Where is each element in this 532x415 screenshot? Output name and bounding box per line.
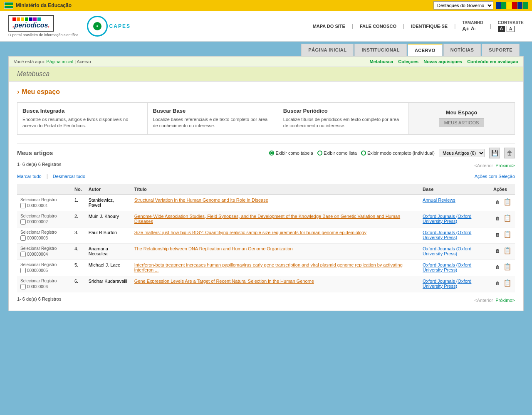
brasil-a bbox=[507, 2, 512, 9]
checkbox-5[interactable] bbox=[20, 268, 26, 273]
select-cell-2: Selecionar Registro 000000002 bbox=[17, 211, 71, 227]
article-link-2[interactable]: Genome-Wide Association Studies, Field S… bbox=[134, 214, 400, 224]
checkbox-row-1[interactable]: 000000001 bbox=[20, 203, 68, 208]
identifique-link[interactable]: IDENTIFIQUE-SE bbox=[411, 24, 448, 29]
base-link-2[interactable]: Oxford Journals (Oxford University Press… bbox=[423, 214, 471, 224]
capes-label: CAPES bbox=[109, 23, 131, 29]
breadcrumb-colecoes[interactable]: Coleções bbox=[398, 59, 418, 64]
next-link-bottom[interactable]: Próximo> bbox=[495, 298, 515, 303]
article-link-5[interactable]: Interferon-beta treatment increases huma… bbox=[134, 262, 403, 272]
checkbox-row-6[interactable]: 000000006 bbox=[20, 284, 68, 289]
ministry-label: Ministério da Educação bbox=[16, 2, 72, 8]
tab-acervo[interactable]: ACERVO bbox=[408, 44, 443, 56]
bottom-pagination: 1- 6 de(a) 6 Registros <Anterior Próximo… bbox=[17, 296, 515, 304]
view-complete-radio[interactable] bbox=[361, 151, 366, 156]
checkbox-row-3[interactable]: 000000003 bbox=[20, 235, 68, 241]
delete-icon-btn[interactable]: 🗑 bbox=[504, 148, 515, 158]
mapa-site-link[interactable]: MAPA DO SITE bbox=[313, 24, 345, 29]
base-link-6[interactable]: Oxford Journals (Oxford University Press… bbox=[423, 279, 471, 289]
author-cell-6: Sridhar Kudaravalli bbox=[85, 276, 131, 292]
pagination-bottom: <Anterior Próximo> bbox=[474, 298, 515, 303]
export-icon-3[interactable]: 📋 bbox=[503, 230, 512, 239]
select-label-6: Selecionar Registro bbox=[20, 279, 68, 283]
article-link-4[interactable]: The Relationship between DNA Replication… bbox=[134, 246, 293, 251]
trash-icon-3[interactable]: 🗑 bbox=[493, 230, 502, 239]
breadcrumb-novas[interactable]: Novas aquisições bbox=[423, 59, 462, 64]
checkbox-4[interactable] bbox=[20, 252, 26, 257]
checkbox-row-4[interactable]: 000000004 bbox=[20, 252, 68, 257]
brasil-r bbox=[501, 2, 506, 9]
tab-institucional[interactable]: INSTITUCIONAL bbox=[354, 44, 406, 56]
contraste-light[interactable]: A bbox=[507, 26, 515, 32]
title-cell-4: The Relationship between DNA Replication… bbox=[131, 243, 419, 259]
brasil-logo bbox=[496, 2, 528, 9]
desmarcar-tudo-link[interactable]: Desmarcar tudo bbox=[53, 174, 85, 179]
select-record-4: Selecionar Registro 000000004 bbox=[20, 246, 68, 257]
gov-dropdown[interactable]: Destaques do Governo bbox=[433, 1, 493, 10]
base-cell-6: Oxford Journals (Oxford University Press… bbox=[419, 276, 490, 292]
save-icon-btn[interactable]: 💾 bbox=[489, 148, 500, 158]
checkbox-row-5[interactable]: 000000005 bbox=[20, 268, 68, 273]
view-table-radio[interactable] bbox=[269, 151, 274, 156]
export-icon-5[interactable]: 📋 bbox=[503, 262, 512, 272]
tab-suporte[interactable]: SUPORTE bbox=[482, 44, 520, 56]
meu-espaco-arrow: › bbox=[17, 88, 19, 96]
view-list-label: Exibir como lista bbox=[324, 151, 357, 156]
breadcrumb-home[interactable]: Página inicial bbox=[46, 59, 73, 64]
article-link-3[interactable]: Size matters: just how big is BIG?: Quan… bbox=[134, 230, 366, 235]
prev-link-top[interactable]: <Anterior bbox=[474, 163, 493, 168]
trash-icon-1[interactable]: 🗑 bbox=[493, 198, 502, 207]
author-cell-1: Stankiewicz, Pawel bbox=[85, 195, 131, 211]
view-list-radio[interactable] bbox=[317, 151, 322, 156]
logo-colorbar bbox=[12, 17, 50, 21]
view-complete-option[interactable]: Exibir modo completo (individual) bbox=[361, 151, 435, 156]
checkbox-6[interactable] bbox=[20, 284, 26, 289]
base-link-1[interactable]: Annual Reviews bbox=[423, 198, 455, 203]
base-link-3[interactable]: Oxford Journals (Oxford University Press… bbox=[423, 230, 471, 240]
tamanho-label: TAMANHO bbox=[462, 20, 483, 25]
card-busca-integrada-title: Busca Integrada bbox=[22, 108, 142, 114]
tamanho-aplus[interactable]: A+ bbox=[462, 26, 469, 32]
checkbox-3[interactable] bbox=[20, 235, 26, 241]
base-cell-3: Oxford Journals (Oxford University Press… bbox=[419, 227, 490, 243]
base-link-5[interactable]: Oxford Journals (Oxford University Press… bbox=[423, 262, 471, 272]
view-list-option[interactable]: Exibir como lista bbox=[317, 151, 357, 156]
nav-sep2: | bbox=[403, 23, 404, 29]
meus-artigos-button[interactable]: MEUS ARTIGOS bbox=[439, 118, 485, 127]
trash-icon-5[interactable]: 🗑 bbox=[493, 262, 502, 272]
marcar-tudo-link[interactable]: Marcar tudo bbox=[17, 174, 42, 179]
contraste-label: CONTRASTE bbox=[498, 20, 524, 25]
contraste-dark[interactable]: A bbox=[498, 26, 505, 32]
pagination-top: <Anterior Próximo> bbox=[474, 163, 515, 168]
next-link-top[interactable]: Próximo> bbox=[495, 163, 515, 168]
trash-icon-6[interactable]: 🗑 bbox=[493, 279, 502, 288]
acoes-selecao-link[interactable]: Ações com Seleção bbox=[475, 174, 515, 179]
breadcrumb-metabusca[interactable]: Metabusca bbox=[369, 59, 393, 64]
export-icon-2[interactable]: 📋 bbox=[503, 214, 512, 223]
main-navigation: PÁGINA INICIAL INSTITUCIONAL ACERVO NOTÍ… bbox=[0, 44, 532, 56]
checkbox-row-2[interactable]: 000000002 bbox=[20, 219, 68, 225]
export-icon-1[interactable]: 📋 bbox=[503, 198, 512, 207]
actions-bar: Marcar tudo | Desmarcar tudo Ações com S… bbox=[17, 172, 515, 181]
article-link-6[interactable]: Gene Expression Levels Are a Target of R… bbox=[134, 279, 314, 284]
view-table-option[interactable]: Exibir como tabela bbox=[269, 151, 313, 156]
fale-conosco-link[interactable]: FALE CONOSCO bbox=[360, 24, 396, 29]
base-link-4[interactable]: Oxford Journals (Oxford University Press… bbox=[423, 246, 471, 256]
nav-sep1: | bbox=[352, 23, 353, 29]
tab-pagina-inicial[interactable]: PÁGINA INICIAL bbox=[301, 44, 354, 56]
prev-link-bottom[interactable]: <Anterior bbox=[474, 298, 493, 303]
table-header-row: No. Autor Título Base Ações bbox=[17, 184, 515, 195]
checkbox-2[interactable] bbox=[20, 219, 26, 225]
tamanho-aminus[interactable]: A- bbox=[471, 26, 476, 32]
articles-group-select[interactable]: Meus Artigos (6) bbox=[439, 149, 485, 157]
checkbox-1[interactable] bbox=[20, 203, 26, 208]
logo-seg1 bbox=[12, 17, 16, 21]
trash-icon-2[interactable]: 🗑 bbox=[493, 214, 502, 223]
record-num-2: 000000002 bbox=[27, 220, 48, 224]
breadcrumb-conteudo[interactable]: Conteúdo em avaliação bbox=[467, 59, 518, 64]
export-icon-6[interactable]: 📋 bbox=[503, 279, 512, 288]
trash-icon-4[interactable]: 🗑 bbox=[493, 246, 502, 255]
export-icon-4[interactable]: 📋 bbox=[503, 246, 512, 255]
tab-noticias[interactable]: NOTÍCIAS bbox=[443, 44, 481, 56]
article-link-1[interactable]: Structural Variation in the Human Genome… bbox=[134, 198, 268, 203]
